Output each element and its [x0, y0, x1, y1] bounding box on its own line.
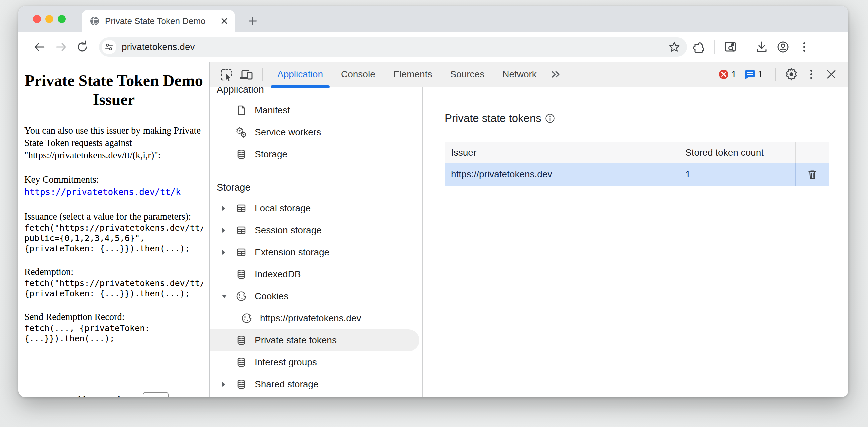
sidebar-item-interest-groups[interactable]: Interest groups — [210, 351, 422, 373]
message-badge-icon — [744, 69, 756, 80]
profile-icon[interactable] — [774, 38, 792, 56]
stored-token-count-cell[interactable]: 1 — [679, 163, 796, 186]
forward-button[interactable] — [52, 38, 70, 56]
sidebar-item-private-state-tokens[interactable]: Private state tokens — [210, 329, 419, 351]
chevron-right-icon[interactable] — [221, 227, 235, 233]
toolbar-divider — [262, 68, 263, 81]
window-controls — [33, 15, 66, 23]
minimize-traffic-icon[interactable] — [45, 15, 53, 23]
public-metadata-row: Public Metadata: — [68, 392, 169, 397]
info-icon[interactable] — [545, 113, 555, 124]
more-tabs-chevron-icon[interactable] — [547, 66, 564, 83]
application-sidebar: Application Manifest — [210, 87, 423, 397]
tab-close-icon[interactable] — [220, 17, 228, 25]
browser-tab[interactable]: Private State Token Demo — [82, 10, 235, 32]
sidebar-item-indexeddb[interactable]: IndexedDB — [210, 263, 422, 285]
page-title: Private State Token Demo Issuer — [24, 71, 203, 109]
tab-sources[interactable]: Sources — [443, 62, 492, 87]
sidebar-item-extension-storage[interactable]: Extension storage — [210, 241, 422, 263]
address-bar[interactable]: privatetokens.dev — [99, 37, 687, 57]
sidebar-item-cookie-origin[interactable]: https://privatetokens.dev — [210, 307, 422, 329]
new-tab-button[interactable] — [245, 13, 260, 29]
cookie-icon — [235, 291, 248, 302]
chevron-right-icon[interactable] — [221, 249, 235, 255]
sidebar-item-shared-storage[interactable]: Shared storage — [210, 373, 422, 395]
srr-code: fetch(..., {privateToken:{...}}).then(..… — [24, 323, 203, 344]
tune-icon[interactable] — [102, 40, 116, 54]
extensions-puzzle-icon[interactable] — [690, 38, 708, 56]
sidebar-item-session-storage[interactable]: Session storage — [210, 219, 422, 241]
sidebar-item-manifest[interactable]: Manifest — [210, 99, 422, 121]
side-search-icon[interactable] — [721, 38, 740, 56]
error-count: 1 — [731, 69, 737, 80]
database-icon — [235, 335, 248, 346]
tab-elements[interactable]: Elements — [386, 62, 440, 87]
demo-page: Private State Token Demo Issuer You can … — [18, 62, 209, 397]
toolbar-divider — [746, 40, 746, 54]
key-commitments-link[interactable]: https://privatetokens.dev/tt/k — [24, 187, 181, 197]
url-text[interactable]: privatetokens.dev — [122, 42, 662, 52]
public-metadata-label: Public Metadata: — [68, 394, 134, 398]
settings-gear-icon[interactable] — [783, 66, 800, 83]
tab-title: Private State Token Demo — [105, 16, 215, 26]
kebab-menu-icon[interactable] — [803, 66, 820, 83]
cookie-icon — [240, 313, 253, 324]
browser-window: Private State Token Demo — [18, 6, 848, 397]
toolbar-divider — [775, 68, 776, 81]
kebab-menu-icon[interactable] — [795, 38, 814, 56]
sidebar-item-service-workers[interactable]: Service workers — [210, 121, 422, 143]
file-icon — [235, 105, 248, 116]
section-application: Application — [210, 87, 422, 99]
toolbar-divider — [714, 40, 715, 54]
error-badge-icon — [718, 69, 729, 80]
tab-console[interactable]: Console — [334, 62, 383, 87]
chevron-right-icon[interactable] — [221, 381, 235, 387]
grid-icon — [235, 247, 248, 258]
close-traffic-icon[interactable] — [33, 15, 41, 23]
column-header-actions — [796, 142, 829, 163]
private-state-tokens-panel: Private state tokens Issuer S — [423, 87, 848, 397]
tab-strip: Private State Token Demo — [18, 6, 848, 32]
sidebar-item-storage[interactable]: Storage — [210, 143, 422, 165]
redemption-code: fetch("https://privatetokens.dev/tt/{pri… — [24, 278, 203, 299]
database-icon — [235, 357, 248, 368]
grid-icon — [235, 225, 248, 236]
chevron-down-icon[interactable] — [221, 294, 235, 299]
back-button[interactable] — [30, 38, 49, 56]
issuance-label: Issuance (select a value for the paramet… — [24, 210, 203, 223]
device-toolbar-icon[interactable] — [238, 66, 255, 83]
database-icon — [235, 269, 248, 280]
grid-icon — [235, 203, 248, 214]
gears-icon — [235, 127, 248, 138]
issuer-cell[interactable]: https://privatetokens.dev — [445, 163, 679, 186]
table-header-row: Issuer Stored token count — [445, 142, 829, 163]
database-icon — [235, 379, 248, 390]
tab-application[interactable]: Application — [270, 62, 330, 87]
zoom-traffic-icon[interactable] — [58, 15, 66, 23]
redemption-label: Redemption: — [24, 266, 203, 278]
issuance-code: fetch("https://privatetokens.dev/tt/publ… — [24, 223, 203, 254]
sidebar-item-cookies[interactable]: Cookies — [210, 285, 422, 307]
table-row[interactable]: https://privatetokens.dev 1 — [445, 163, 829, 186]
download-icon[interactable] — [752, 38, 771, 56]
devtools-panel: Application Console Elements Sources Net… — [209, 62, 848, 397]
column-header-stored-token-count[interactable]: Stored token count — [679, 142, 796, 163]
inspect-icon[interactable] — [218, 66, 235, 83]
browser-toolbar: privatetokens.dev — [18, 32, 848, 62]
public-metadata-input[interactable] — [143, 392, 169, 397]
srr-label: Send Redemption Record: — [24, 311, 203, 323]
bookmark-star-icon[interactable] — [668, 40, 681, 54]
chevron-right-icon[interactable] — [221, 205, 235, 211]
devtools-toolbar: Application Console Elements Sources Net… — [210, 62, 848, 87]
section-storage: Storage — [210, 177, 422, 197]
column-header-issuer[interactable]: Issuer — [445, 142, 679, 163]
trash-icon[interactable] — [807, 169, 818, 180]
close-icon[interactable] — [823, 66, 840, 83]
message-badge[interactable]: 1 — [744, 69, 763, 80]
error-badge[interactable]: 1 — [718, 69, 737, 80]
panel-title: Private state tokens — [445, 112, 848, 125]
intro-text: You can also use this issuer by making P… — [24, 124, 203, 161]
tab-network[interactable]: Network — [495, 62, 544, 87]
reload-button[interactable] — [73, 38, 92, 56]
sidebar-item-local-storage[interactable]: Local storage — [210, 197, 422, 219]
